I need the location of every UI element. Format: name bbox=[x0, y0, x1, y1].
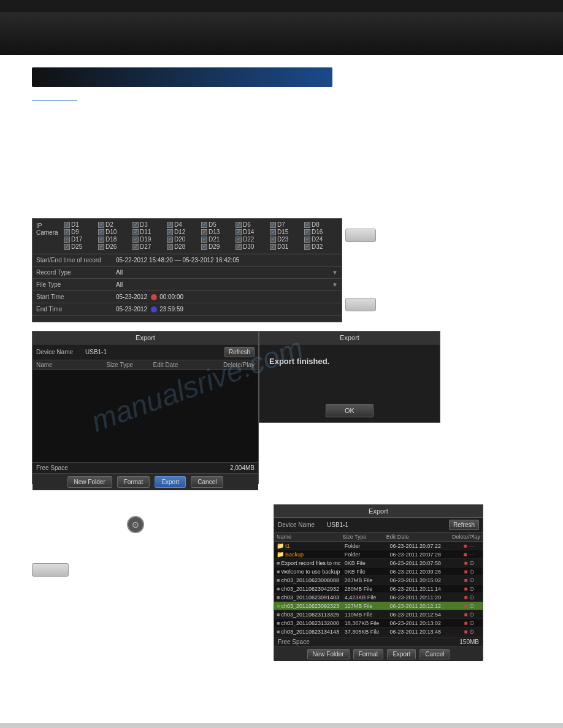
time-range-label: Start/End time of record bbox=[36, 257, 116, 264]
delete-icon[interactable]: ■ bbox=[464, 559, 468, 566]
checkbox-d5[interactable]: D5 bbox=[201, 221, 235, 228]
checkbox-d28[interactable]: D28 bbox=[167, 243, 201, 250]
export-big-refresh-button[interactable]: Refresh bbox=[449, 520, 479, 530]
ebc-name: Name bbox=[277, 534, 342, 540]
checkbox-d7[interactable]: D7 bbox=[270, 221, 304, 228]
checkbox-d3[interactable]: D3 bbox=[132, 221, 166, 228]
checkbox-d11[interactable]: D11 bbox=[132, 229, 166, 235]
checkbox-d19[interactable]: D19 bbox=[132, 236, 166, 243]
table-row[interactable]: ■Welcome to use backup0KB File06-23-2011… bbox=[274, 567, 483, 576]
ebc-date: Edit Date bbox=[386, 534, 452, 540]
checkbox-d18[interactable]: D18 bbox=[98, 236, 132, 243]
checkbox-d26[interactable]: D26 bbox=[98, 243, 132, 250]
camera-icon-area: ⊙ bbox=[127, 516, 145, 534]
checkbox-d6[interactable]: D6 bbox=[236, 221, 269, 228]
delete-icon[interactable]: ■ bbox=[464, 611, 468, 618]
top-header bbox=[0, 0, 563, 55]
checkbox-d27[interactable]: D27 bbox=[132, 243, 166, 250]
folder-icon: 📁 bbox=[277, 551, 284, 558]
export-big-format-button[interactable]: Format bbox=[353, 649, 384, 659]
export-big-cancel-button[interactable]: Cancel bbox=[419, 649, 450, 659]
table-row[interactable]: ■ch03_2011062313414337,305KB File06-23-2… bbox=[274, 628, 483, 636]
checkbox-d22[interactable]: D22 bbox=[236, 236, 269, 243]
camera-icon: ⊙ bbox=[127, 516, 144, 533]
table-row[interactable]: ■ch03_20110623008088287MB File06-23-2011… bbox=[274, 576, 483, 585]
form-row-start-time[interactable]: Start Time 05-23-2012 00:00:00 bbox=[33, 291, 342, 303]
play-icon[interactable]: ⊙ bbox=[469, 602, 474, 609]
delete-icon[interactable]: ■ bbox=[464, 620, 468, 626]
table-row[interactable]: ■ch03_2011062313200018,367KB File06-23-2… bbox=[274, 619, 483, 628]
file-icon: ■ bbox=[277, 569, 280, 575]
play-icon[interactable]: ⊙ bbox=[469, 577, 474, 583]
checkbox-d13[interactable]: D13 bbox=[201, 229, 235, 235]
checkbox-d4[interactable]: D4 bbox=[167, 221, 201, 228]
checkbox-d32[interactable]: D32 bbox=[304, 243, 338, 250]
cancel-button[interactable]: Cancel bbox=[191, 476, 223, 488]
play-icon[interactable]: ⊙ bbox=[469, 585, 474, 592]
table-row[interactable]: ■ch03_20110623042932280MB File06-23-2011… bbox=[274, 585, 483, 593]
checkbox-d21[interactable]: D21 bbox=[201, 236, 235, 243]
delete-icon[interactable]: ■ bbox=[464, 628, 468, 635]
checkbox-d15[interactable]: D15 bbox=[270, 229, 304, 235]
file-name: ch03_20110623091403 bbox=[281, 594, 339, 601]
cb-box-d19 bbox=[132, 237, 139, 243]
delete-icon[interactable]: ■ bbox=[464, 568, 468, 575]
table-row[interactable]: ■ch03_201106230914034,423KB File06-23-20… bbox=[274, 593, 483, 602]
checkbox-d30[interactable]: D30 bbox=[236, 243, 269, 250]
export-col-date: Edit Date bbox=[153, 362, 223, 368]
checkbox-d17[interactable]: D17 bbox=[64, 236, 98, 243]
checkbox-d23[interactable]: D23 bbox=[270, 236, 304, 243]
play-icon[interactable]: ⊙ bbox=[469, 620, 474, 626]
checkbox-d1[interactable]: D1 bbox=[64, 221, 98, 228]
play-icon[interactable]: ⊙ bbox=[469, 568, 474, 575]
checkbox-d14[interactable]: D14 bbox=[236, 229, 269, 235]
folder-icon: 📁 bbox=[277, 542, 284, 549]
file-type-arrow: ▼ bbox=[332, 281, 338, 288]
export-big-export-button[interactable]: Export bbox=[387, 649, 416, 659]
checkbox-d16[interactable]: D16 bbox=[304, 229, 338, 235]
table-row[interactable]: ■ch03_20110623113325110MB File06-23-2011… bbox=[274, 610, 483, 619]
export-big-bottom-btns: New Folder Format Export Cancel bbox=[274, 646, 483, 661]
checkbox-d8[interactable]: D8 bbox=[304, 221, 338, 228]
export-ok-button[interactable]: OK bbox=[326, 404, 373, 417]
checkbox-d25[interactable]: D25 bbox=[64, 243, 98, 250]
table-row[interactable]: 📁BackupFolder06-23-2011 20:07:28■— bbox=[274, 550, 483, 559]
checkbox-d29[interactable]: D29 bbox=[201, 243, 235, 250]
form-row-file-type[interactable]: File Type All ▼ bbox=[33, 279, 342, 291]
export-button[interactable]: Export bbox=[155, 476, 186, 488]
checkbox-d31[interactable]: D31 bbox=[270, 243, 304, 250]
file-date: 06-23-2011 20:12:12 bbox=[389, 603, 458, 609]
new-folder-button[interactable]: New Folder bbox=[67, 476, 112, 488]
form-row-end-time[interactable]: End Time 05-23-2012 23:59:59 bbox=[33, 303, 342, 316]
form-row-record-type[interactable]: Record Type All ▼ bbox=[33, 267, 342, 279]
file-date: 06-23-2011 20:13:02 bbox=[389, 620, 458, 626]
delete-icon[interactable]: ■ bbox=[464, 594, 468, 601]
delete-icon[interactable]: ■ bbox=[464, 577, 468, 583]
underline-link[interactable]: ____________ bbox=[32, 93, 77, 100]
checkbox-d12[interactable]: D12 bbox=[167, 229, 201, 235]
format-button[interactable]: Format bbox=[117, 476, 150, 488]
play-icon[interactable]: ⊙ bbox=[469, 611, 474, 618]
checkbox-d10[interactable]: D10 bbox=[98, 229, 132, 235]
play-icon[interactable]: ⊙ bbox=[469, 628, 474, 635]
delete-icon[interactable]: ■ bbox=[464, 585, 468, 592]
play-icon[interactable]: ⊙ bbox=[469, 559, 474, 566]
table-row[interactable]: ■ch03_20110623092323127MB File06-23-2011… bbox=[274, 602, 483, 610]
export-refresh-button[interactable]: Refresh bbox=[224, 347, 255, 357]
search-button-2[interactable] bbox=[345, 298, 376, 311]
cb-box-d8 bbox=[304, 222, 310, 228]
play-icon[interactable]: ⊙ bbox=[469, 594, 474, 601]
table-row[interactable]: ■Export record files to mc0KB File06-23-… bbox=[274, 559, 483, 567]
export-big-new-folder-button[interactable]: New Folder bbox=[307, 649, 350, 659]
delete-icon[interactable]: ■ bbox=[464, 542, 467, 549]
delete-icon[interactable]: ■ bbox=[464, 551, 467, 558]
search-button-1[interactable] bbox=[345, 229, 376, 242]
checkbox-d9[interactable]: D9 bbox=[64, 229, 98, 235]
checkbox-d24[interactable]: D24 bbox=[304, 236, 338, 243]
checkbox-d20[interactable]: D20 bbox=[167, 236, 201, 243]
delete-icon[interactable]: ■ bbox=[464, 602, 468, 609]
small-gray-button[interactable] bbox=[32, 563, 69, 577]
table-row[interactable]: 📁t1Folder06-23-2011 20:07:22■— bbox=[274, 542, 483, 550]
checkbox-d2[interactable]: D2 bbox=[98, 221, 132, 228]
file-icon: ■ bbox=[277, 577, 280, 583]
